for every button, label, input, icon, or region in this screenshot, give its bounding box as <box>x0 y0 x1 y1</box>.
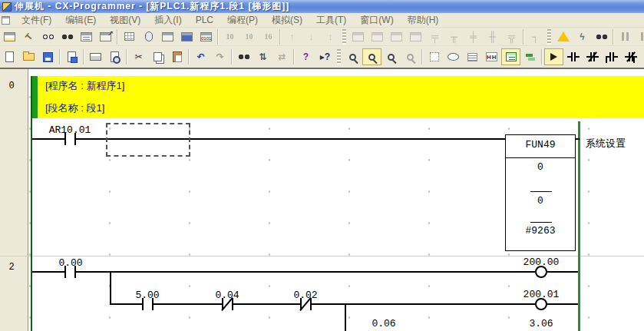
vertical-line-button[interactable] <box>640 48 644 65</box>
menu-item-window[interactable]: 窗口(W) <box>353 13 400 27</box>
toolbar-grip[interactable] <box>337 49 341 65</box>
edit-device-button[interactable] <box>62 48 81 65</box>
edit-cursor[interactable] <box>106 123 190 157</box>
toolbar-grip[interactable] <box>342 29 346 45</box>
download-button[interactable]: ↓ <box>302 28 321 45</box>
child-window-icon[interactable] <box>2 16 10 25</box>
right-power-rail <box>578 121 580 331</box>
hex-display-button[interactable]: 16 <box>259 28 278 45</box>
online-search-button[interactable] <box>592 28 611 45</box>
fun49-instruction-block[interactable]: FUN49 0 0 #9263 <box>505 134 576 251</box>
signed-decimal-display-button[interactable]: 10 <box>239 28 259 45</box>
monitor-hh-button[interactable]: HH <box>482 48 501 65</box>
print-button[interactable] <box>86 48 105 65</box>
zoom-100-button[interactable] <box>401 48 420 65</box>
cross-reference-button[interactable] <box>120 28 139 45</box>
zoom-out-button[interactable] <box>362 48 381 65</box>
rung-header-marker <box>32 76 38 118</box>
wire <box>576 138 580 140</box>
properties-button[interactable] <box>96 28 115 45</box>
decimal-display-button[interactable]: 10 <box>220 28 239 45</box>
new-button[interactable] <box>0 48 19 65</box>
mnemonic-view-button[interactable] <box>520 48 540 65</box>
toolbar-sep <box>421 49 423 65</box>
zoom-in-button[interactable] <box>343 48 362 65</box>
workspace-toggle-button[interactable] <box>0 28 19 45</box>
menu-item-program[interactable]: 编程(P) <box>220 13 265 27</box>
watch-sheet-3-button[interactable] <box>387 28 406 45</box>
line-connect-button[interactable]: ┐ <box>526 28 545 45</box>
rung-number-2[interactable]: 2 <box>0 262 23 273</box>
output-window-button[interactable] <box>77 28 96 45</box>
watch-sheet-2-button[interactable] <box>368 28 387 45</box>
set-instruction-button[interactable]: ╫ <box>483 28 502 45</box>
upload-button[interactable]: ↑ <box>282 28 302 45</box>
undo-icon: ↶ <box>197 51 204 62</box>
find-report-window-button[interactable] <box>58 28 77 45</box>
immediate-refresh-button[interactable]: ╪ <box>464 28 483 45</box>
zoom-to-fit-button[interactable] <box>381 48 401 65</box>
context-help-button[interactable]: ▸? <box>315 48 335 65</box>
differentiate-up-button[interactable]: ╤ <box>425 28 444 45</box>
cut-button[interactable]: ✂ <box>129 48 148 65</box>
work-online-simulator-button[interactable] <box>553 28 573 45</box>
print-preview-button[interactable] <box>105 48 124 65</box>
pause-monitor-button[interactable] <box>635 28 644 45</box>
ladder-view-icon <box>506 52 517 61</box>
watch-sheet-4-icon <box>410 32 421 41</box>
rung-header[interactable]: [程序名 : 新程序1] [段名称 : 段1] <box>38 76 644 118</box>
undo-button[interactable]: ↶ <box>191 48 210 65</box>
workspace-toggle-icon <box>4 32 15 41</box>
grid-toggle-button[interactable] <box>424 48 444 65</box>
pause-with-trigger-button[interactable] <box>616 28 635 45</box>
address-reference-tool-button[interactable] <box>139 28 158 45</box>
paste-button[interactable] <box>167 48 187 65</box>
menu-item-simulation[interactable]: 模拟(S) <box>265 13 309 27</box>
compare-button[interactable]: ↕ <box>321 28 340 45</box>
redo-button[interactable]: ↷ <box>210 48 230 65</box>
binary-monitor-button[interactable]: 0101 <box>197 28 216 45</box>
menu-item-help[interactable]: 帮助(H) <box>401 13 446 27</box>
reset-instruction-button[interactable]: ╦ <box>502 28 521 45</box>
menu-item-edit[interactable]: 编辑(E) <box>58 13 103 27</box>
ladder-view-button[interactable] <box>501 48 520 65</box>
menu-item-insert[interactable]: 插入(I) <box>147 13 188 27</box>
title-bar: 伸展机 - CX-Programmer - [新PLC1.新程序1.段1 [梯形… <box>0 0 644 13</box>
coil-address-label: 200.01 <box>520 289 563 300</box>
cut-icon: ✂ <box>134 51 142 62</box>
replace-button[interactable]: ⇅ <box>253 48 272 65</box>
menu-item-tools[interactable]: 工具(T) <box>309 13 353 27</box>
menu-item-plc[interactable]: PLC <box>189 13 220 27</box>
menu-item-file[interactable]: 文件(F) <box>15 13 58 27</box>
watch-window-button[interactable] <box>38 28 58 45</box>
wire <box>32 271 64 273</box>
change-all-button[interactable]: ⇄ <box>272 48 292 65</box>
new-or-contact-button[interactable] <box>602 48 621 65</box>
ladder-diagram-view[interactable]: 0 2 [程序名 : 新程序1] [段名称 : 段1] AR10.01 FUN4… <box>0 68 644 331</box>
new-closed-or-contact-button[interactable] <box>621 48 640 65</box>
monitor-window-button[interactable] <box>177 28 197 45</box>
select-mode-button[interactable] <box>544 48 563 65</box>
copy-button[interactable] <box>148 48 167 65</box>
differentiate-up-icon: ╤ <box>431 31 438 42</box>
io-comment-window-button[interactable] <box>158 28 177 45</box>
new-contact-button[interactable] <box>563 48 583 65</box>
help-button[interactable]: ? <box>296 48 315 65</box>
zoom-to-fit-icon <box>388 54 395 61</box>
work-online-button[interactable]: ϟ <box>573 28 592 45</box>
rung-annotation-button[interactable] <box>463 48 482 65</box>
local-window-button[interactable]: T <box>19 28 38 45</box>
menu-item-view[interactable]: 视图(V) <box>103 13 147 27</box>
open-button[interactable] <box>19 48 38 65</box>
program-name-line: [程序名 : 新程序1] <box>45 79 124 93</box>
find-button[interactable] <box>234 48 253 65</box>
differentiate-down-button[interactable]: ╥ <box>444 28 464 45</box>
watch-sheet-4-button[interactable] <box>406 28 425 45</box>
rung-comment-button[interactable] <box>444 48 463 65</box>
watch-sheet-1-button[interactable] <box>348 28 368 45</box>
toolbar-grip[interactable] <box>547 29 551 45</box>
new-closed-contact-button[interactable] <box>583 48 602 65</box>
rung-number-0[interactable]: 0 <box>0 81 23 91</box>
wire <box>76 271 535 273</box>
save-button[interactable] <box>38 48 58 65</box>
